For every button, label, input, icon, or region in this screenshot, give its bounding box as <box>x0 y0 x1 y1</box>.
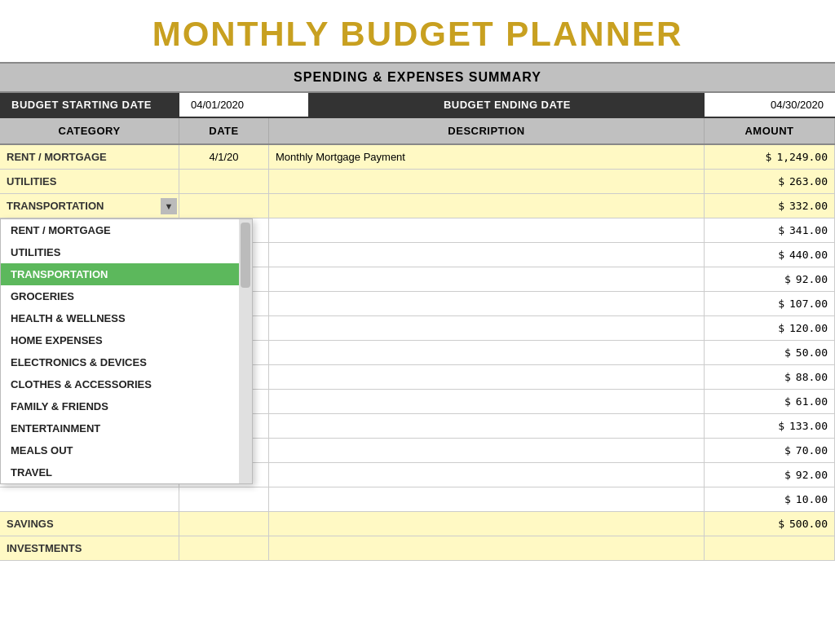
date-input[interactable] <box>186 151 262 163</box>
amount-value: 92.00 <box>796 469 828 481</box>
dollar-sign: $ <box>778 249 784 261</box>
chevron-down-icon[interactable]: ▼ <box>161 198 177 214</box>
cell-date[interactable] <box>179 145 269 169</box>
description-input[interactable] <box>276 273 697 285</box>
cell-description[interactable] <box>269 414 705 438</box>
cell-amount: $332.00 <box>705 194 835 218</box>
table-row: INVESTMENTS <box>0 536 835 561</box>
cell-description[interactable] <box>269 145 705 169</box>
date-input[interactable] <box>186 175 262 187</box>
table-row: $10.00 <box>0 487 835 512</box>
cell-description[interactable] <box>269 341 705 364</box>
description-input[interactable] <box>276 298 697 310</box>
dollar-sign: $ <box>778 200 784 212</box>
description-input[interactable] <box>276 175 697 187</box>
rows-container: RENT / MORTGAGE$1,249.00UTILITIES$263.00… <box>0 145 835 561</box>
scrollbar-thumb[interactable] <box>241 223 250 288</box>
dollar-sign: $ <box>766 151 772 163</box>
col-header-category: CATEGORY <box>0 118 179 143</box>
dropdown-item[interactable]: RENT / MORTGAGE <box>1 219 239 241</box>
description-input[interactable] <box>276 322 697 334</box>
cell-description[interactable] <box>269 170 705 193</box>
amount-value: 120.00 <box>789 322 828 334</box>
dropdown-item[interactable]: TRAVEL <box>1 461 239 483</box>
cell-description[interactable] <box>269 194 705 218</box>
cell-description[interactable] <box>269 243 705 267</box>
dropdown-item[interactable]: MEALS OUT <box>1 439 239 461</box>
cell-date[interactable] <box>179 512 269 536</box>
cell-category: RENT / MORTGAGE <box>0 145 179 169</box>
cell-description[interactable] <box>269 463 705 487</box>
dropdown-item[interactable]: HEALTH & WELLNESS <box>1 307 239 329</box>
dropdown-item[interactable]: CLOTHES & ACCESSORIES <box>1 373 239 395</box>
cell-description[interactable] <box>269 218 705 242</box>
description-input[interactable] <box>276 469 697 481</box>
description-input[interactable] <box>276 151 697 163</box>
date-input[interactable] <box>186 518 262 530</box>
budget-end-value[interactable] <box>705 93 835 117</box>
cell-amount: $440.00 <box>705 243 835 267</box>
cell-amount: $107.00 <box>705 292 835 315</box>
amount-value: 263.00 <box>789 175 828 187</box>
cell-amount: $92.00 <box>705 463 835 487</box>
amount-value: 440.00 <box>789 249 828 261</box>
dollar-sign: $ <box>778 322 784 334</box>
dollar-sign: $ <box>778 175 784 187</box>
dollar-sign: $ <box>784 469 791 481</box>
cell-amount: $1,249.00 <box>705 145 835 169</box>
cell-category[interactable]: TRANSPORTATION▼ <box>0 194 179 218</box>
budget-start-input[interactable] <box>191 99 297 111</box>
cell-description[interactable] <box>269 439 705 462</box>
amount-value: 500.00 <box>789 518 828 530</box>
description-input[interactable] <box>276 249 697 261</box>
date-input[interactable] <box>186 200 262 212</box>
dropdown-item[interactable]: GROCERIES <box>1 285 239 307</box>
amount-value: 133.00 <box>789 420 828 432</box>
cell-description[interactable] <box>269 536 705 560</box>
amount-value: 61.00 <box>796 395 828 408</box>
dropdown-item[interactable]: FAMILY & FRIENDS <box>1 395 239 417</box>
cell-description[interactable] <box>269 390 705 413</box>
cell-amount: $88.00 <box>705 365 835 389</box>
description-input[interactable] <box>276 371 697 383</box>
cell-date[interactable] <box>179 170 269 193</box>
dollar-sign: $ <box>784 371 791 383</box>
dropdown-item[interactable]: ENTERTAINMENT <box>1 417 239 439</box>
column-headers: CATEGORY DATE DESCRIPTION AMOUNT <box>0 118 835 145</box>
description-input[interactable] <box>276 493 697 505</box>
description-input[interactable] <box>276 518 697 530</box>
dropdown-item[interactable]: UTILITIES <box>1 241 239 263</box>
dropdown-item[interactable]: HOME EXPENSES <box>1 329 239 351</box>
description-input[interactable] <box>276 224 697 236</box>
cell-description[interactable] <box>269 512 705 536</box>
col-header-date: DATE <box>179 118 269 143</box>
date-input[interactable] <box>186 542 262 554</box>
dollar-sign: $ <box>784 395 791 408</box>
cell-description[interactable] <box>269 292 705 315</box>
page-title: MONTHLY BUDGET PLANNER <box>0 0 835 62</box>
budget-start-value[interactable] <box>179 93 310 117</box>
cell-description[interactable] <box>269 487 705 511</box>
description-input[interactable] <box>276 346 697 359</box>
description-input[interactable] <box>276 444 697 457</box>
description-input[interactable] <box>276 200 697 212</box>
cell-description[interactable] <box>269 365 705 389</box>
description-input[interactable] <box>276 542 697 554</box>
cell-date[interactable] <box>179 536 269 560</box>
budget-end-input[interactable] <box>716 99 824 111</box>
col-header-amount: AMOUNT <box>705 118 835 143</box>
cell-amount: $70.00 <box>705 439 835 462</box>
description-input[interactable] <box>276 395 697 408</box>
description-input[interactable] <box>276 420 697 432</box>
cell-date[interactable] <box>179 194 269 218</box>
dropdown-item[interactable]: ELECTRONICS & DEVICES <box>1 351 239 373</box>
cell-amount: $50.00 <box>705 341 835 364</box>
cell-amount: $92.00 <box>705 267 835 291</box>
cell-date[interactable] <box>179 487 269 511</box>
date-input[interactable] <box>186 493 262 505</box>
cell-description[interactable] <box>269 267 705 291</box>
dropdown-item[interactable]: TRANSPORTATION <box>1 263 239 285</box>
amount-value: 1,249.00 <box>776 151 828 163</box>
cell-description[interactable] <box>269 316 705 340</box>
category-dropdown[interactable]: RENT / MORTGAGEUTILITIESTRANSPORTATIONGR… <box>0 218 253 484</box>
